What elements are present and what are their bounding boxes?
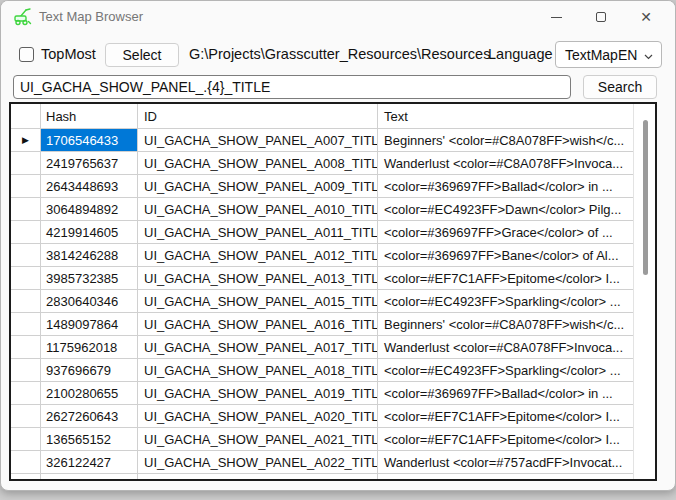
id-cell[interactable]: UI_GACHA_SHOW_PANEL_A012_TITLE xyxy=(138,244,378,267)
row-selector[interactable] xyxy=(11,382,41,405)
hash-cell[interactable]: 2830640346 xyxy=(41,290,138,313)
search-button[interactable]: Search xyxy=(583,75,657,99)
hash-cell[interactable] xyxy=(41,474,138,481)
minimize-icon xyxy=(551,17,562,18)
vertical-scrollbar[interactable] xyxy=(633,104,655,479)
hash-cell[interactable]: 1175962018 xyxy=(41,336,138,359)
search-row: Search xyxy=(1,74,675,100)
table-row[interactable]: 1489097864 UI_GACHA_SHOW_PANEL_A016_TITL… xyxy=(11,313,633,336)
row-selector[interactable] xyxy=(11,405,41,428)
hash-cell[interactable]: 3814246288 xyxy=(41,244,138,267)
table-row[interactable]: 2830640346 UI_GACHA_SHOW_PANEL_A015_TITL… xyxy=(11,290,633,313)
maximize-button[interactable] xyxy=(579,1,623,33)
row-selector[interactable] xyxy=(11,267,41,290)
header-text[interactable]: Text xyxy=(378,104,633,129)
row-selector[interactable] xyxy=(11,290,41,313)
text-cell[interactable]: Wanderlust <color=#C8A078FF>Invoca... xyxy=(378,152,633,175)
language-dropdown[interactable]: TextMapEN xyxy=(555,41,662,68)
table-row[interactable]: 326122427 UI_GACHA_SHOW_PANEL_A022_TITLE… xyxy=(11,451,633,474)
table-row[interactable]: ▶ 1706546433 UI_GACHA_SHOW_PANEL_A007_TI… xyxy=(11,129,633,152)
id-cell[interactable]: UI_GACHA_SHOW_PANEL_A008_TITLE xyxy=(138,152,378,175)
id-cell[interactable]: UI_GACHA_SHOW_PANEL_A017_TITLE xyxy=(138,336,378,359)
current-row-pointer-icon: ▶ xyxy=(22,136,29,145)
id-cell[interactable]: UI_GACHA_SHOW_PANEL_A019_TITLE xyxy=(138,382,378,405)
hash-cell[interactable]: 937696679 xyxy=(41,359,138,382)
text-cell[interactable]: <color=#369697FF>Grace</color> of ... xyxy=(378,221,633,244)
id-cell[interactable]: UI_GACHA_SHOW_PANEL_A020_TITLE xyxy=(138,405,378,428)
table-row[interactable]: 1175962018 UI_GACHA_SHOW_PANEL_A017_TITL… xyxy=(11,336,633,359)
id-cell[interactable]: UI_GACHA_SHOW_PANEL_A009_TITLE xyxy=(138,175,378,198)
table-row[interactable]: 2100280655 UI_GACHA_SHOW_PANEL_A019_TITL… xyxy=(11,382,633,405)
id-cell[interactable]: UI_GACHA_SHOW_PANEL_A011_TITLE xyxy=(138,221,378,244)
title-bar: Text Map Browser ✕ xyxy=(1,1,675,33)
id-cell[interactable]: UI_GACHA_SHOW_PANEL_A007_TITLE xyxy=(138,129,378,152)
id-cell[interactable]: UI_GACHA_SHOW_PANEL_A013_TITLE xyxy=(138,267,378,290)
search-input[interactable] xyxy=(13,75,571,99)
text-cell[interactable]: <color=#EC4923FF>Dawn</color> Pilg... xyxy=(378,198,633,221)
table-row[interactable]: 4219914605 UI_GACHA_SHOW_PANEL_A011_TITL… xyxy=(11,221,633,244)
row-selector[interactable] xyxy=(11,198,41,221)
id-cell[interactable]: UI_GACHA_SHOW_PANEL_A010_TITLE xyxy=(138,198,378,221)
hash-cell[interactable]: 2100280655 xyxy=(41,382,138,405)
topmost-label: TopMost xyxy=(41,46,96,62)
hash-cell[interactable]: 3985732385 xyxy=(41,267,138,290)
hash-cell[interactable]: 2419765637 xyxy=(41,152,138,175)
row-selector[interactable] xyxy=(11,244,41,267)
text-cell[interactable]: <color=#EC4923FF>Sparkling</color> ... xyxy=(378,290,633,313)
text-cell[interactable]: <color=#369697FF>Ballad</color> in ... xyxy=(378,382,633,405)
hash-cell[interactable]: 1706546433 xyxy=(41,129,138,152)
hash-cell[interactable]: 136565152 xyxy=(41,428,138,451)
table-row-partial[interactable] xyxy=(11,474,633,481)
hash-cell[interactable]: 2627260643 xyxy=(41,405,138,428)
text-cell[interactable]: Beginners' <color=#C8A078FF>wish</c... xyxy=(378,129,633,152)
id-cell[interactable] xyxy=(138,474,378,481)
table-row[interactable]: 3064894892 UI_GACHA_SHOW_PANEL_A010_TITL… xyxy=(11,198,633,221)
hash-cell[interactable]: 1489097864 xyxy=(41,313,138,336)
text-cell[interactable] xyxy=(378,474,633,481)
id-cell[interactable]: UI_GACHA_SHOW_PANEL_A015_TITLE xyxy=(138,290,378,313)
topmost-checkbox[interactable] xyxy=(19,47,34,62)
row-selector[interactable] xyxy=(11,451,41,474)
row-selector[interactable] xyxy=(11,152,41,175)
row-selector[interactable] xyxy=(11,313,41,336)
row-selector[interactable] xyxy=(11,336,41,359)
row-selector[interactable] xyxy=(11,474,41,481)
text-cell[interactable]: <color=#369697FF>Ballad</color> in ... xyxy=(378,175,633,198)
header-id[interactable]: ID xyxy=(138,104,378,129)
table-row[interactable]: 2419765637 UI_GACHA_SHOW_PANEL_A008_TITL… xyxy=(11,152,633,175)
toolbar: TopMost Select G:\Projects\Grasscutter_R… xyxy=(1,39,675,71)
header-hash[interactable]: Hash xyxy=(41,104,138,129)
row-selector[interactable]: ▶ xyxy=(11,129,41,152)
table-row[interactable]: 3985732385 UI_GACHA_SHOW_PANEL_A013_TITL… xyxy=(11,267,633,290)
id-cell[interactable]: UI_GACHA_SHOW_PANEL_A016_TITLE xyxy=(138,313,378,336)
textmap-grid: Hash ID Text ▶ 1706546433 UI_GACHA_SHOW_… xyxy=(9,102,657,481)
text-cell[interactable]: <color=#EF7C1AFF>Epitome</color> I... xyxy=(378,405,633,428)
table-row[interactable]: 2643448693 UI_GACHA_SHOW_PANEL_A009_TITL… xyxy=(11,175,633,198)
minimize-button[interactable] xyxy=(534,1,578,33)
text-cell[interactable]: <color=#369697FF>Bane</color> of Al... xyxy=(378,244,633,267)
row-selector[interactable] xyxy=(11,428,41,451)
text-cell[interactable]: <color=#EF7C1AFF>Epitome</color> I... xyxy=(378,428,633,451)
row-selector[interactable] xyxy=(11,359,41,382)
select-folder-button[interactable]: Select xyxy=(105,43,179,67)
id-cell[interactable]: UI_GACHA_SHOW_PANEL_A018_TITLE xyxy=(138,359,378,382)
text-cell[interactable]: Beginners' <color=#C8A078FF>wish</c... xyxy=(378,313,633,336)
id-cell[interactable]: UI_GACHA_SHOW_PANEL_A022_TITLE xyxy=(138,451,378,474)
close-button[interactable]: ✕ xyxy=(624,1,668,33)
text-cell[interactable]: Wanderlust <color=#C8A078FF>Invoca... xyxy=(378,336,633,359)
row-selector[interactable] xyxy=(11,175,41,198)
row-selector[interactable] xyxy=(11,221,41,244)
hash-cell[interactable]: 2643448693 xyxy=(41,175,138,198)
text-cell[interactable]: Wanderlust <color=#757acdFF>Invocat... xyxy=(378,451,633,474)
id-cell[interactable]: UI_GACHA_SHOW_PANEL_A021_TITLE xyxy=(138,428,378,451)
table-row[interactable]: 2627260643 UI_GACHA_SHOW_PANEL_A020_TITL… xyxy=(11,405,633,428)
scrollbar-thumb[interactable] xyxy=(643,120,648,275)
table-row[interactable]: 937696679 UI_GACHA_SHOW_PANEL_A018_TITLE… xyxy=(11,359,633,382)
table-row[interactable]: 3814246288 UI_GACHA_SHOW_PANEL_A012_TITL… xyxy=(11,244,633,267)
hash-cell[interactable]: 3064894892 xyxy=(41,198,138,221)
table-row[interactable]: 136565152 UI_GACHA_SHOW_PANEL_A021_TITLE… xyxy=(11,428,633,451)
text-cell[interactable]: <color=#EF7C1AFF>Epitome</color> I... xyxy=(378,267,633,290)
hash-cell[interactable]: 326122427 xyxy=(41,451,138,474)
hash-cell[interactable]: 4219914605 xyxy=(41,221,138,244)
text-cell[interactable]: <color=#EC4923FF>Sparkling</color> ... xyxy=(378,359,633,382)
